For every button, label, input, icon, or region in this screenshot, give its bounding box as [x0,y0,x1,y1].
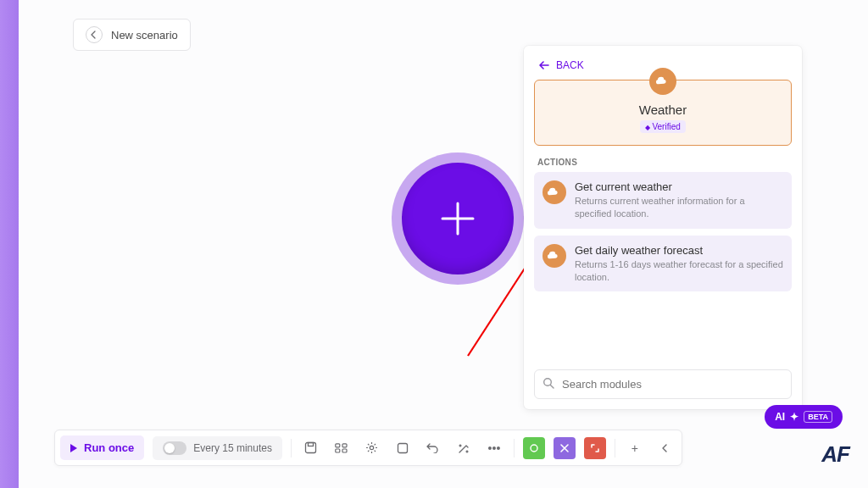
svg-rect-7 [309,443,314,446]
app-card: Weather Verified [534,80,792,146]
run-once-button[interactable]: Run once [60,435,144,460]
svg-rect-11 [342,449,347,452]
svg-rect-13 [398,443,407,452]
expand-icon[interactable] [584,437,606,459]
search-wrap [534,369,792,399]
search-icon [542,377,554,392]
svg-line-5 [550,385,554,388]
arrow-left-icon [539,61,549,69]
run-icon[interactable] [523,437,545,459]
weather-icon [542,180,566,204]
panel-back-label: BACK [556,59,584,71]
weather-icon [542,244,566,268]
gear-icon[interactable] [361,437,383,459]
action-get-daily-forecast[interactable]: Get daily weather forecast Returns 1-16 … [534,236,792,292]
ai-label: AI [775,411,785,423]
save-icon[interactable] [300,437,322,459]
tools-icon[interactable] [554,437,576,459]
more-icon[interactable]: ••• [483,437,505,459]
module-picker-panel: BACK Weather Verified ACTIONS Get curren… [524,46,802,409]
back-arrow-icon [86,26,103,43]
note-icon[interactable] [392,437,414,459]
add-icon[interactable]: + [624,437,646,459]
schedule-label: Every 15 minutes [193,442,272,454]
new-scenario-button[interactable]: New scenario [73,19,191,51]
separator [615,439,615,458]
weather-icon [649,68,676,95]
search-input[interactable] [534,369,792,399]
separator [514,439,515,458]
canvas: New scenario BACK Weather Verified ACTIO… [19,0,868,488]
add-module-ring [392,152,524,285]
svg-point-14 [531,445,537,452]
play-icon [70,444,77,452]
svg-rect-8 [336,443,340,446]
separator [291,439,292,458]
af-logo: AF [821,441,849,468]
sparkle-icon: ✦ [790,411,798,423]
schedule-toggle[interactable] [163,441,186,455]
action-desc: Returns 1-16 days weather forecast for a… [575,258,783,284]
action-title: Get daily weather forecast [575,244,783,257]
add-module-button[interactable] [402,163,514,274]
schedule-chip[interactable]: Every 15 minutes [153,436,282,460]
svg-rect-10 [336,449,340,452]
undo-icon[interactable] [422,437,444,459]
left-gradient-strip [0,0,19,488]
plus-icon [436,197,480,241]
svg-point-12 [370,446,374,449]
action-title: Get current weather [575,180,783,193]
wand-icon[interactable] [453,437,475,459]
verified-badge: Verified [640,120,686,133]
app-name: Weather [543,103,782,117]
layout-icon[interactable] [331,437,353,459]
run-once-label: Run once [84,441,134,454]
svg-rect-6 [306,443,316,453]
beta-badge: BETA [804,411,832,423]
actions-section-label: ACTIONS [537,158,788,167]
bottom-toolbar: Run once Every 15 minutes ••• + [54,430,682,466]
new-scenario-label: New scenario [111,29,178,42]
ai-button[interactable]: AI ✦ BETA [765,405,843,429]
svg-rect-9 [342,443,347,446]
action-desc: Returns current weather information for … [575,195,783,220]
action-get-current-weather[interactable]: Get current weather Returns current weat… [534,172,792,229]
chevron-left-icon[interactable] [654,437,676,459]
